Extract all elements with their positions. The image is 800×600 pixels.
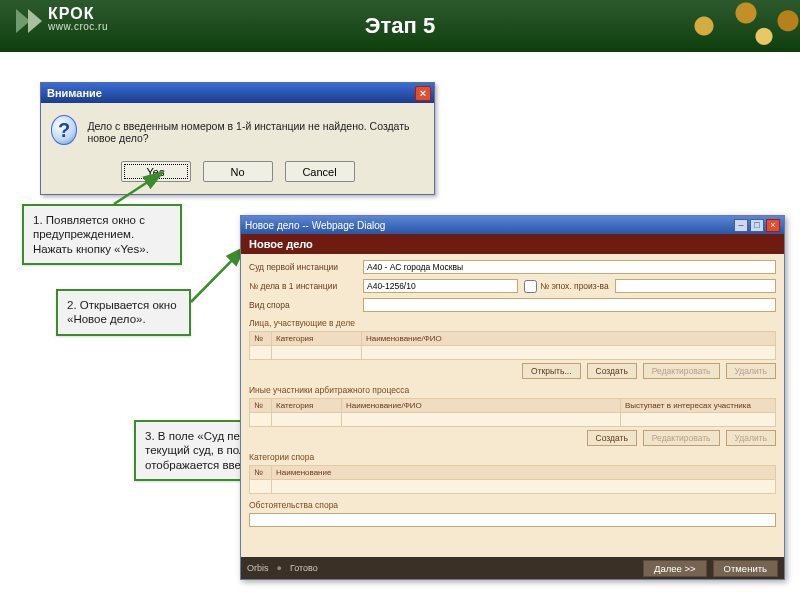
court1-input[interactable] (363, 260, 776, 274)
th-no: № (250, 332, 272, 346)
close-icon[interactable]: × (766, 219, 780, 232)
th-category: Категория (272, 332, 362, 346)
yes-button[interactable]: Yes (121, 161, 191, 182)
case-dialog-footer: Orbis ● Готово Далее >> Отменить (241, 557, 784, 579)
question-icon: ? (51, 115, 77, 145)
edit-button-2[interactable]: Редактировать (643, 430, 720, 446)
callout-2-text: 2. Открывается окно «Новое дело». (67, 299, 177, 325)
participants-table: № Категория Наименование/ФИО (249, 331, 776, 360)
circumstances-input[interactable] (249, 513, 776, 527)
maximize-icon[interactable]: □ (750, 219, 764, 232)
next-button[interactable]: Далее >> (643, 560, 707, 577)
banner-decoration (680, 0, 800, 52)
label-participants: Лица, участвующие в деле (249, 318, 776, 328)
th-name: Наименование/ФИО (362, 332, 776, 346)
page-title: Этап 5 (365, 13, 435, 39)
case-dialog-header: Новое дело (241, 234, 784, 254)
th3-no: № (250, 466, 272, 480)
banner: КРОК www.croc.ru Этап 5 (0, 0, 800, 52)
label-case-no: № дела в 1 инстанции (249, 281, 357, 291)
label-categories: Категории спора (249, 452, 776, 462)
warning-dialog: Внимание × ? Дело с введенным номером в … (40, 82, 435, 195)
other-no-input[interactable] (615, 279, 776, 293)
categories-table: № Наименование (249, 465, 776, 494)
label-court1: Суд первой инстанции (249, 262, 357, 272)
callout-2: 2. Открывается окно «Новое дело». (56, 289, 191, 336)
th2-name: Наименование/ФИО (342, 399, 621, 413)
case-no-input[interactable] (363, 279, 518, 293)
footer-status: Готово (290, 563, 318, 573)
th3-name: Наименование (272, 466, 776, 480)
dispute-kind-input[interactable] (363, 298, 776, 312)
th2-no: № (250, 399, 272, 413)
label-circumstances: Обстоятельства спора (249, 500, 776, 510)
minimize-icon[interactable]: – (734, 219, 748, 232)
warning-dialog-title: Внимание (47, 87, 102, 99)
brand-url: www.croc.ru (48, 22, 108, 32)
edit-button[interactable]: Редактировать (643, 363, 720, 379)
no-button[interactable]: No (203, 161, 273, 182)
label-other-no: № эпох. произ-ва (540, 281, 609, 291)
create-button-2[interactable]: Создать (587, 430, 637, 446)
case-form: Суд первой инстанции № дела в 1 инстанци… (241, 254, 784, 557)
th2-interest: Выступает в интересах участника (621, 399, 776, 413)
svg-line-1 (191, 247, 245, 302)
case-dialog-chrome[interactable]: Новое дело -- Webpage Dialog – □ × (241, 216, 784, 234)
case-dialog-chrome-title: Новое дело -- Webpage Dialog (245, 220, 385, 231)
open-button[interactable]: Открыть... (522, 363, 580, 379)
delete-button[interactable]: Удалить (726, 363, 776, 379)
footer-brand: Orbis (247, 563, 269, 573)
brand-name: КРОК (48, 6, 108, 22)
create-button[interactable]: Создать (587, 363, 637, 379)
case-dialog: Новое дело -- Webpage Dialog – □ × Новое… (240, 215, 785, 580)
callout-1-text: 1. Появляется окно с предупреждением. На… (33, 214, 149, 255)
th2-category: Категория (272, 399, 342, 413)
warning-message: Дело с введенным номером в 1-й инстанции… (87, 115, 424, 144)
callout-1: 1. Появляется окно с предупреждением. На… (22, 204, 182, 265)
cancel-button[interactable]: Cancel (285, 161, 355, 182)
brand-mark-icon (14, 7, 42, 31)
label-dispute-kind: Вид спора (249, 300, 357, 310)
cancel-footer-button[interactable]: Отменить (713, 560, 778, 577)
close-icon[interactable]: × (415, 86, 431, 101)
other-no-checkbox[interactable] (524, 280, 537, 293)
delete-button-2[interactable]: Удалить (726, 430, 776, 446)
label-other-participants: Иные участники арбитражного процесса (249, 385, 776, 395)
other-participants-table: № Категория Наименование/ФИО Выступает в… (249, 398, 776, 427)
brand-logo: КРОК www.croc.ru (14, 6, 108, 32)
warning-dialog-titlebar[interactable]: Внимание × (41, 83, 434, 103)
